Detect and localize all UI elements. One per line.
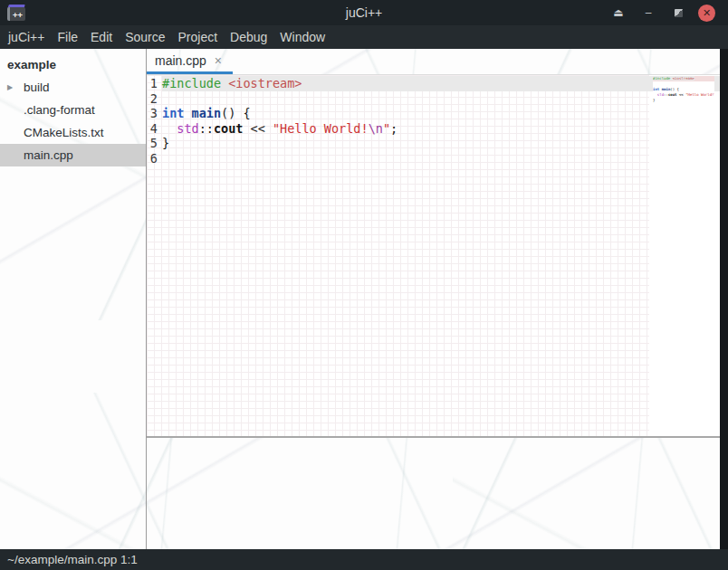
code-line-5[interactable]: 5} <box>148 136 720 151</box>
app-window: ++ juCi++ ⏏ – ✕ juCi++FileEditSourceProj… <box>0 0 728 570</box>
line-number: 1 <box>148 76 158 91</box>
line-number: 3 <box>148 106 158 121</box>
code-lines: 1#include <iostream>2 3int main() {4 std… <box>147 75 720 166</box>
tree-items: ▶build.clang-formatCMakeLists.txtmain.cp… <box>0 76 146 166</box>
tree-item-label: CMakeLists.txt <box>24 126 104 139</box>
menu-item-file[interactable]: File <box>57 27 78 47</box>
code-text: #include <iostream> <box>162 76 720 91</box>
tab-bar: main.cpp × <box>147 49 720 75</box>
code-text: } <box>162 136 720 151</box>
logo-body-shape: ++ <box>7 7 25 21</box>
tree-item-main-cpp[interactable]: main.cpp <box>0 144 146 166</box>
window-controls: ⏏ – ✕ <box>608 0 715 25</box>
code-text: int main() { <box>653 87 679 91</box>
eject-icon: ⏏ <box>613 6 623 19</box>
tab-label: main.cpp <box>155 53 206 68</box>
tab-main-cpp[interactable]: main.cpp × <box>147 49 233 74</box>
title-bar[interactable]: ++ juCi++ ⏏ – ✕ <box>0 0 728 25</box>
minimap[interactable]: #include <iostream> int main() { std::co… <box>653 76 714 109</box>
code-text <box>653 81 655 86</box>
output-panel[interactable] <box>147 438 720 549</box>
close-icon: ✕ <box>703 7 711 19</box>
file-tree: example ▶build.clang-formatCMakeLists.tx… <box>0 49 147 549</box>
code-text: } <box>653 98 655 102</box>
tree-item-clang-format[interactable]: .clang-format <box>0 99 146 121</box>
status-path: ~/example/main.cpp 1:1 <box>7 553 138 566</box>
line-number: 6 <box>148 151 158 166</box>
code-line-1[interactable]: 1#include <iostream> <box>148 76 720 91</box>
content-area: example ▶build.clang-formatCMakeLists.tx… <box>0 49 728 549</box>
line-number: 4 <box>148 121 158 137</box>
line-number: 5 <box>148 136 158 151</box>
code-text: std::cout << "Hello World!\n"; <box>653 92 714 97</box>
code-text <box>162 151 720 166</box>
code-line-6 <box>653 103 714 109</box>
main-pane: main.cpp × 1#include <iostream>2 3int ma… <box>147 49 720 549</box>
status-bar: ~/example/main.cpp 1:1 <box>0 549 728 570</box>
code-text <box>653 103 655 108</box>
code-line-4[interactable]: 4 std::cout << "Hello World!\n"; <box>148 121 720 137</box>
tree-item-label: .clang-format <box>24 103 95 117</box>
app-logo-icon: ++ <box>6 4 28 22</box>
menu-item-source[interactable]: Source <box>125 27 165 47</box>
tree-item-cmakelists-txt[interactable]: CMakeLists.txt <box>0 121 146 144</box>
menu-item-edit[interactable]: Edit <box>91 27 112 47</box>
code-line-2[interactable]: 2 <box>148 91 720 107</box>
menu-item-project[interactable]: Project <box>178 27 218 47</box>
code-text: #include <iostream> <box>653 76 694 81</box>
tree-item-build[interactable]: ▶build <box>0 76 146 99</box>
menu-item-debug[interactable]: Debug <box>230 27 267 47</box>
tab-close-icon[interactable]: × <box>215 54 222 67</box>
code-line-6[interactable]: 6 <box>148 151 720 166</box>
menu-bar: juCi++FileEditSourceProjectDebugWindow <box>0 25 728 49</box>
line-number: 2 <box>148 91 158 107</box>
code-text: std::cout << "Hello World!\n"; <box>162 121 720 137</box>
tree-root-example[interactable]: example <box>0 54 146 76</box>
menu-item-window[interactable]: Window <box>280 27 325 47</box>
minimize-button[interactable]: – <box>638 3 658 23</box>
code-line-3[interactable]: 3int main() { <box>148 106 720 121</box>
shade-button[interactable]: ⏏ <box>608 3 628 23</box>
minimize-icon: – <box>646 6 652 19</box>
code-text <box>162 91 720 107</box>
code-editor[interactable]: 1#include <iostream>2 3int main() {4 std… <box>147 75 720 436</box>
code-text: int main() { <box>162 106 720 121</box>
restore-icon <box>675 9 683 17</box>
expander-icon[interactable]: ▶ <box>7 83 13 91</box>
restore-button[interactable] <box>668 3 688 23</box>
code-line-4: std::cout << "Hello World!\n"; <box>653 92 714 98</box>
tree-item-label: build <box>24 81 50 94</box>
menu-item-juci[interactable]: juCi++ <box>8 27 44 47</box>
right-edge-strip <box>720 49 728 549</box>
close-button[interactable]: ✕ <box>698 5 715 22</box>
tree-item-label: main.cpp <box>24 148 73 162</box>
logo-plusplus-text: ++ <box>13 10 23 19</box>
